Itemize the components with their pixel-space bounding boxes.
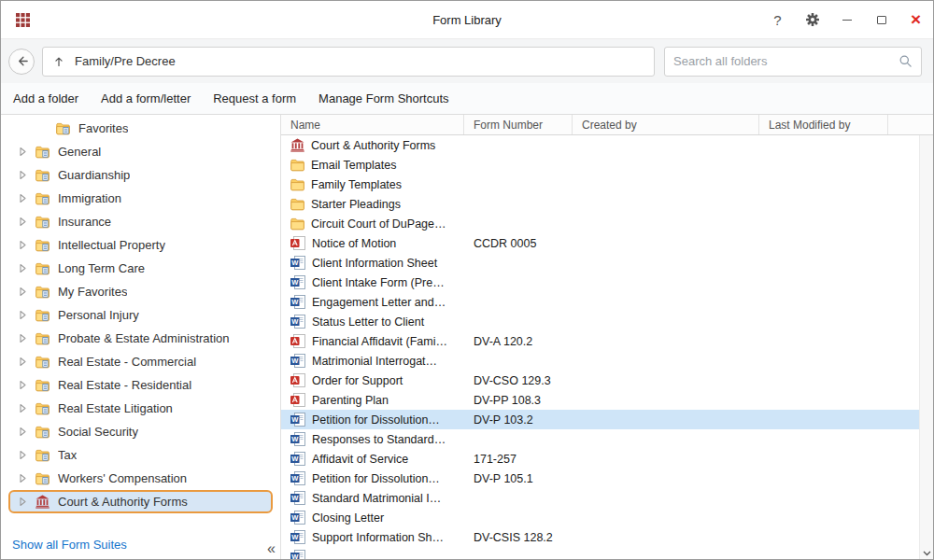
- table-row[interactable]: W Status Letter to Client: [281, 312, 919, 331]
- expand-chevron-icon[interactable]: [20, 263, 28, 273]
- collapse-sidebar-button[interactable]: «: [267, 541, 276, 556]
- sidebar-item-guardianship[interactable]: Guardianship: [8, 163, 273, 187]
- file-name: Affidavit of Service: [312, 453, 408, 466]
- file-name: Parenting Plan: [312, 394, 389, 407]
- expand-chevron-icon[interactable]: [20, 287, 28, 297]
- sidebar-item-long-term-care[interactable]: Long Term Care: [8, 257, 273, 280]
- sidebar-item-insurance[interactable]: Insurance: [8, 210, 273, 233]
- svg-text:W: W: [291, 435, 299, 443]
- add-a-folder-button[interactable]: Add a folder: [13, 91, 78, 105]
- up-folder-icon[interactable]: [52, 55, 65, 68]
- table-row[interactable]: W Petition for Dissolution… DV-P 105.1: [281, 469, 919, 488]
- table-row[interactable]: W Affidavit of Service 171-257: [281, 449, 919, 469]
- table-row[interactable]: W Client Intake Form (Pre…: [281, 273, 919, 292]
- table-row[interactable]: Family Templates: [281, 175, 919, 194]
- cell-name: W Petition for Dissolution…: [281, 413, 464, 427]
- sidebar-item-social-security[interactable]: Social Security: [8, 420, 273, 443]
- request-a-form-button[interactable]: Request a form: [213, 91, 296, 105]
- manage-form-shortcuts-button[interactable]: Manage Form Shortcuts: [318, 91, 448, 105]
- back-button[interactable]: [8, 49, 35, 75]
- table-row[interactable]: W Standard Matrimonial I…: [281, 488, 919, 508]
- sidebar-item-general[interactable]: General: [8, 140, 273, 163]
- table-row[interactable]: W Client Information Sheet: [281, 253, 919, 273]
- search-icon[interactable]: [899, 54, 913, 68]
- add-a-form-letter-button[interactable]: Add a form/letter: [101, 91, 191, 105]
- sidebar-item-my-favorites[interactable]: My Favorites: [8, 280, 273, 303]
- close-button[interactable]: ×: [899, 1, 933, 38]
- cell-name: Court & Authority Forms: [281, 138, 464, 152]
- sidebar-item-real-estate-commercial[interactable]: Real Estate - Commercial: [8, 350, 273, 373]
- svg-text:W: W: [291, 533, 299, 541]
- sidebar-item-court-authority-forms[interactable]: Court & Authority Forms: [8, 490, 273, 513]
- vertical-scrollbar[interactable]: [919, 135, 933, 559]
- table-row[interactable]: W: [281, 547, 919, 559]
- table-row[interactable]: Notice of Motion CCDR 0005: [281, 233, 919, 253]
- table-row[interactable]: Financial Affidavit (Fami… DV-A 120.2: [281, 331, 919, 351]
- expand-chevron-icon[interactable]: [20, 450, 28, 460]
- cell-name: W: [281, 550, 464, 559]
- table-row[interactable]: W Responses to Standard…: [281, 429, 919, 449]
- sidebar-item-workers-compensation[interactable]: Workers' Compensation: [8, 467, 273, 490]
- table-row[interactable]: W Petition for Dissolution… DV-P 103.2: [281, 410, 919, 429]
- expand-chevron-icon[interactable]: [20, 473, 28, 483]
- sidebar-item-label: Social Security: [58, 425, 138, 439]
- maximize-button[interactable]: [864, 1, 899, 38]
- expand-chevron-icon[interactable]: [20, 497, 28, 507]
- table-row[interactable]: W Engagement Letter and…: [281, 292, 919, 312]
- back-arrow-icon: [15, 54, 29, 68]
- expand-chevron-icon[interactable]: [20, 170, 28, 180]
- table-row[interactable]: W Support Information Sh… DV-CSIS 128.2: [281, 527, 919, 547]
- table-row[interactable]: Circuit Court of DuPage…: [281, 214, 919, 233]
- svg-text:W: W: [291, 415, 299, 424]
- file-name: Circuit Court of DuPage…: [311, 217, 446, 231]
- show-all-form-suites-link[interactable]: Show all Form Suites: [12, 538, 127, 552]
- expand-chevron-icon[interactable]: [20, 193, 28, 203]
- sidebar-item-label: Probate & Estate Administration: [58, 331, 230, 345]
- column-header-form-number[interactable]: Form Number: [464, 115, 573, 134]
- sidebar-item-intellectual-property[interactable]: Intellectual Property: [8, 233, 273, 257]
- search-input[interactable]: [673, 54, 899, 68]
- table-row[interactable]: Starter Pleadings: [281, 194, 919, 214]
- folder-forms-icon: [35, 216, 50, 229]
- table-row[interactable]: Email Templates: [281, 155, 919, 175]
- pdf-icon: [290, 334, 305, 348]
- table-row[interactable]: Order for Support DV-CSO 129.3: [281, 371, 919, 390]
- sidebar-item-label: Immigration: [58, 191, 121, 205]
- minimize-button[interactable]: [829, 1, 864, 38]
- cell-name: Order for Support: [281, 373, 464, 387]
- help-button[interactable]: ?: [760, 1, 795, 38]
- column-header-last-modified-by[interactable]: Last Modified by: [759, 115, 888, 134]
- expand-chevron-icon[interactable]: [20, 217, 28, 227]
- table-row[interactable]: W Matrimonial Interrogat…: [281, 351, 919, 371]
- sidebar-item-immigration[interactable]: Immigration: [8, 187, 273, 210]
- expand-chevron-icon[interactable]: [20, 240, 28, 250]
- sidebar-item-favorites[interactable]: Favorites: [8, 117, 273, 140]
- column-header-name[interactable]: Name: [281, 115, 464, 134]
- svg-text:W: W: [291, 278, 299, 287]
- sidebar-item-label: Long Term Care: [58, 261, 145, 275]
- scroll-down-arrow-icon[interactable]: [920, 551, 933, 556]
- sidebar-item-personal-injury[interactable]: Personal Injury: [8, 303, 273, 327]
- sidebar-item-tax[interactable]: Tax: [8, 443, 273, 467]
- settings-gear-button[interactable]: [795, 1, 829, 38]
- expand-chevron-icon[interactable]: [20, 357, 28, 367]
- expand-chevron-icon[interactable]: [20, 147, 28, 157]
- table-row[interactable]: W Closing Letter: [281, 508, 919, 527]
- expand-chevron-icon[interactable]: [20, 380, 28, 390]
- sidebar-item-probate-estate-administration[interactable]: Probate & Estate Administration: [8, 327, 273, 350]
- list-header: Name Form Number Created by Last Modifie…: [281, 115, 933, 135]
- main-area: Favorites General Guardianship Immigrati…: [1, 115, 933, 559]
- sidebar-item-real-estate-residential[interactable]: Real Estate - Residential: [8, 373, 273, 397]
- expand-chevron-icon[interactable]: [20, 403, 28, 413]
- table-row[interactable]: Parenting Plan DV-PP 108.3: [281, 390, 919, 410]
- breadcrumb[interactable]: Family/Pre Decree: [42, 47, 655, 77]
- column-header-created-by[interactable]: Created by: [573, 115, 759, 134]
- expand-chevron-icon[interactable]: [20, 333, 28, 343]
- table-row[interactable]: Court & Authority Forms: [281, 135, 919, 155]
- courthouse-icon: [35, 495, 50, 509]
- sidebar-item-real-estate-litigation[interactable]: Real Estate Litigation: [8, 397, 273, 420]
- expand-chevron-icon[interactable]: [20, 310, 28, 320]
- svg-text:W: W: [291, 553, 299, 559]
- folder-forms-icon: [35, 192, 50, 205]
- expand-chevron-icon[interactable]: [20, 427, 28, 437]
